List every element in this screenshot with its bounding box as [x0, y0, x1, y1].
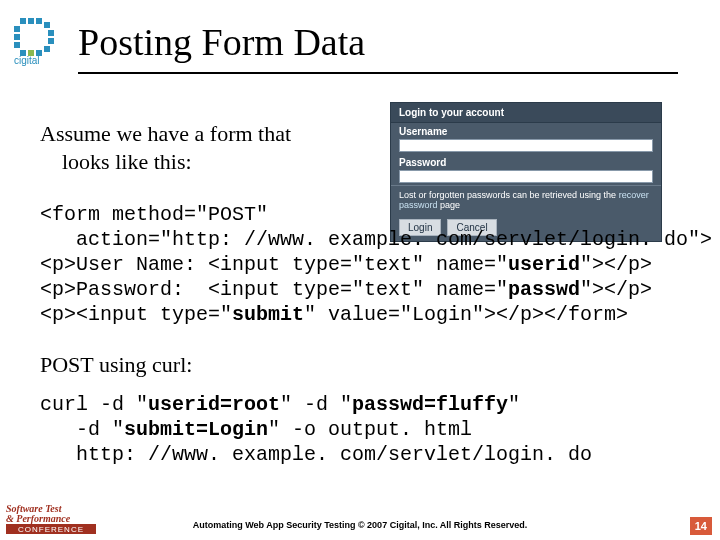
password-label: Password	[399, 157, 653, 168]
login-header: Login to your account	[391, 103, 661, 123]
cigital-logo: cigital	[14, 18, 58, 66]
svg-rect-6	[44, 46, 50, 52]
curl-command-code: curl -d "userid=root" -d "passwd=fluffy"…	[40, 392, 592, 467]
svg-rect-4	[48, 30, 54, 36]
svg-rect-0	[20, 18, 26, 24]
svg-rect-2	[36, 18, 42, 24]
footer-copyright: Automating Web App Security Testing © 20…	[0, 520, 720, 530]
svg-rect-7	[14, 26, 20, 32]
post-curl-title: POST using curl:	[40, 352, 192, 378]
svg-rect-9	[14, 42, 20, 48]
intro-line2: looks like this:	[40, 148, 370, 176]
intro-text: Assume we have a form that looks like th…	[40, 120, 370, 175]
form-html-code: <form method="POST" action="http: //www.…	[40, 202, 712, 327]
svg-rect-1	[28, 18, 34, 24]
intro-line1: Assume we have a form that	[40, 120, 370, 148]
svg-rect-5	[48, 38, 54, 44]
svg-rect-3	[44, 22, 50, 28]
password-input[interactable]	[399, 170, 653, 183]
title-underline	[78, 72, 678, 74]
username-input[interactable]	[399, 139, 653, 152]
svg-rect-8	[14, 34, 20, 40]
username-label: Username	[399, 126, 653, 137]
slide-title: Posting Form Data	[78, 20, 365, 64]
page-number: 14	[690, 517, 712, 535]
svg-text:cigital: cigital	[14, 55, 40, 66]
